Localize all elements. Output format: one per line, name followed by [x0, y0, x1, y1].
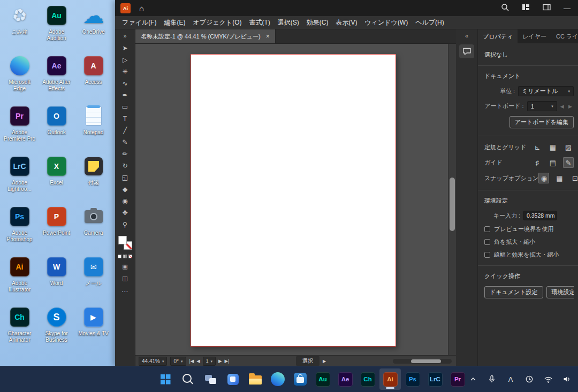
comments-panel-button[interactable] [459, 44, 474, 58]
first-artboard-button[interactable]: |◀ [189, 358, 194, 364]
use-preview-bounds-checkbox-box[interactable] [484, 226, 490, 232]
scale-tool[interactable]: ◱ [119, 172, 132, 183]
zoom-level-dropdown[interactable]: 44.41% ▾ [139, 357, 167, 366]
tab-cc-libraries[interactable]: CC ライブラリ [551, 29, 578, 43]
next-artboard-button[interactable]: ▶ [218, 358, 222, 364]
wifi-icon[interactable] [541, 368, 555, 390]
start-button[interactable] [155, 368, 176, 390]
minimize-button[interactable]: — [564, 4, 571, 12]
collapse-panels-chevron[interactable]: « [456, 29, 477, 42]
transparency-grid-icon[interactable]: ▨ [563, 142, 574, 152]
desktop-icon-microsoft-edge[interactable]: Microsoft Edge [1, 52, 38, 103]
status-expand-icon[interactable]: ▶ [323, 359, 326, 364]
edge-button[interactable] [267, 368, 288, 390]
desktop-icon-notepad[interactable]: Notepad [75, 103, 112, 153]
last-artboard-button[interactable]: ▶| [225, 358, 230, 364]
show-guides-icon[interactable]: ♯ [532, 157, 543, 168]
file-explorer-button[interactable] [245, 368, 266, 390]
snap-to-grid-icon[interactable]: ▦ [554, 173, 565, 183]
desktop-icon-skype-for-business[interactable]: SSkype for Business [38, 304, 75, 354]
color-button[interactable] [118, 255, 121, 258]
unit-dropdown[interactable]: ミリメートル ▾ [518, 86, 574, 96]
gradient-button[interactable] [123, 255, 127, 258]
horizontal-scrollbar-thumb[interactable] [411, 359, 441, 363]
scale-strokes-effects-checkbox[interactable]: 線幅と効果を拡大・縮小 [484, 251, 574, 259]
desktop-icon-adobe-lightroom-classic[interactable]: LrCAdobe Lightroo... [1, 153, 38, 203]
desktop-icon-adobe-premiere-pro[interactable]: PrAdobe Premiere Pro [1, 103, 38, 153]
document-setup-button[interactable]: ドキュメント設定 [484, 286, 543, 298]
line-segment-tool[interactable]: ╱ [119, 125, 132, 136]
preferences-button[interactable]: 環境設定 [546, 286, 574, 298]
horizontal-scrollbar[interactable] [393, 359, 452, 364]
ime-mode-indicator[interactable]: A [504, 368, 518, 390]
scale-corners-checkbox[interactable]: 角を拡大・縮小 [484, 238, 574, 246]
desktop-icon-onedrive[interactable]: ☁OneDrive [75, 2, 112, 52]
edit-artboards-button[interactable]: アートボードを編集 [509, 116, 574, 128]
paintbrush-tool[interactable]: ✎ [119, 136, 132, 148]
desktop-icon-adobe-after-effects[interactable]: AeAdobe After Effects [38, 52, 75, 103]
menu-object[interactable]: オブジェクト(O) [189, 18, 245, 27]
magic-wand-tool[interactable]: ✳ [119, 66, 132, 78]
rotation-dropdown[interactable]: 0° ▾ [170, 357, 186, 366]
lightroom-button[interactable]: LrC [424, 368, 446, 390]
rectangle-tool[interactable]: ▭ [119, 101, 132, 113]
illustrator-button[interactable]: Ai [379, 368, 401, 390]
document-tab[interactable]: 名称未設定-1 @ 44.41 % (CMYK/プレビュー) × [135, 29, 276, 43]
photoshop-button[interactable]: Ps [402, 368, 423, 390]
workspace-switcher-icon[interactable] [522, 3, 530, 13]
vertical-scrollbar[interactable] [448, 44, 456, 355]
scale-corners-checkbox-box[interactable] [484, 239, 490, 245]
character-animator-button[interactable]: Ch [357, 368, 378, 390]
fill-swatch[interactable] [118, 236, 127, 244]
desktop-icon-powerpoint[interactable]: PPowerPoint [38, 203, 75, 253]
expand-toolbar-chevron[interactable]: » [115, 29, 135, 42]
desktop-icon-camera[interactable]: Camera [75, 203, 112, 253]
desktop-icon-excel[interactable]: XExcel [38, 153, 75, 203]
artboard-dropdown[interactable]: 1 ▾ [527, 101, 557, 111]
premiere-button[interactable]: Pr [447, 368, 468, 390]
desktop-icon-outlook[interactable]: OOutlook [38, 103, 75, 153]
canvas[interactable] [135, 44, 456, 355]
menu-type[interactable]: 書式(T) [245, 18, 273, 27]
artboard-pager-arrows[interactable]: ◀ ▶ [560, 104, 574, 109]
illustrator-titlebar[interactable]: Ai ⌂ — [115, 0, 578, 16]
after-effects-button[interactable]: Ae [334, 368, 356, 390]
grid-icon[interactable]: ▦ [547, 142, 558, 152]
keyboard-increment-input[interactable]: 0.3528 mm [523, 211, 557, 220]
menu-help[interactable]: ヘルプ(H) [412, 18, 448, 27]
blend-tool[interactable]: ◉ [119, 195, 132, 207]
ruler-icon[interactable]: ⊾ [532, 142, 543, 152]
lock-guides-icon[interactable]: ▤ [547, 157, 558, 168]
edit-guides-icon[interactable]: ✎ [563, 157, 574, 168]
menu-file[interactable]: ファイル(F) [118, 18, 160, 27]
menu-view[interactable]: 表示(V) [332, 18, 361, 27]
desktop-icon-sticky-notes[interactable]: 付箋 [75, 153, 112, 203]
desktop-icon-adobe-audition[interactable]: AuAdobe Audition [38, 2, 75, 52]
menu-edit[interactable]: 編集(E) [160, 18, 189, 27]
pen-tool[interactable]: ✒ [119, 89, 132, 101]
audition-button[interactable]: Au [312, 368, 333, 390]
snap-to-pixel-icon[interactable]: ⊡ [569, 173, 578, 183]
search-icon[interactable] [501, 3, 509, 13]
pencil-tool[interactable]: ✏ [119, 148, 132, 160]
hidden-icons-chevron[interactable] [466, 368, 480, 390]
search-button[interactable] [177, 368, 199, 390]
draw-mode-icon[interactable]: ▣ [122, 263, 127, 270]
widgets-button[interactable] [222, 368, 244, 390]
lasso-tool[interactable]: ∿ [119, 78, 132, 89]
desktop-icon-adobe-photoshop[interactable]: PsAdobe Photoshop [1, 203, 38, 253]
rotate-tool[interactable]: ↻ [119, 160, 132, 172]
volume-icon[interactable] [560, 368, 574, 390]
desktop-icon-adobe-illustrator[interactable]: AiAdobe Illustrator [1, 253, 38, 304]
none-button[interactable] [128, 255, 132, 258]
vertical-scrollbar-thumb[interactable] [450, 178, 455, 231]
menu-effect[interactable]: 効果(C) [303, 18, 332, 27]
illustrator-app-icon[interactable]: Ai [120, 3, 131, 13]
screen-mode-icon[interactable]: ◫ [122, 275, 127, 282]
desktop-icon-character-animator[interactable]: ChCharacter Animator [1, 304, 38, 354]
prev-artboard-button[interactable]: ◀ [196, 358, 200, 364]
clock-history-icon[interactable] [522, 368, 536, 390]
fill-stroke-swatches[interactable] [118, 236, 132, 250]
selection-tool[interactable]: ➤ [119, 42, 132, 54]
microsoft-store-button[interactable] [290, 368, 311, 390]
